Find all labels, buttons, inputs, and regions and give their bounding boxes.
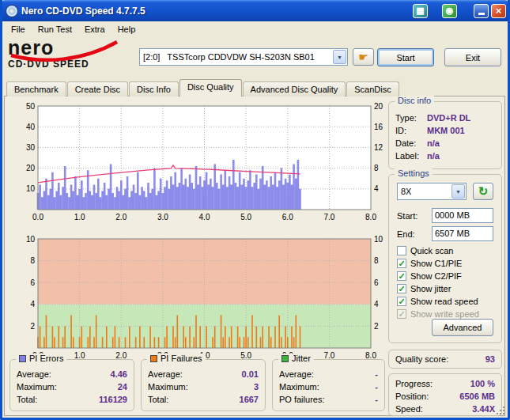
refresh-speeds-button[interactable]: ↻ <box>473 183 493 200</box>
svg-text:16: 16 <box>374 123 383 131</box>
title-bar: Nero CD-DVD Speed 4.7.7.5 ▦ ◉ × <box>0 0 510 21</box>
chevron-down-icon[interactable]: ▼ <box>333 50 346 64</box>
checkbox-show-c1-pie[interactable]: ✓ Show C1/PIE <box>397 257 479 270</box>
settings-checkboxes: ✓ Quick scan ✓ Show C1/PIE ✓ Show C2/PIF… <box>397 244 479 320</box>
drive-select[interactable]: [2:0] TSSTcorp CDDVDW SH-S203N SB01 ▼ <box>139 48 348 66</box>
svg-text:4: 4 <box>374 184 379 193</box>
tab-advanced-disc-quality[interactable]: Advanced Disc Quality <box>243 81 346 96</box>
disc-info-row-label: Label: n/a <box>389 149 501 162</box>
svg-text:6.0: 6.0 <box>282 213 293 221</box>
minimize-button[interactable] <box>474 4 489 18</box>
svg-text:30: 30 <box>26 143 36 152</box>
svg-text:8: 8 <box>374 256 379 265</box>
quality-score-group: Quality score: 93 <box>388 350 502 369</box>
checkbox-icon: ✓ <box>397 246 406 255</box>
checkbox-icon: ✓ <box>397 271 406 281</box>
end-position-row: End: 6507 MB <box>389 226 501 241</box>
start-position-input[interactable]: 0000 MB <box>432 208 493 223</box>
disc-info-group: Disc info Type: DVD+R DL ID: MKM 001 Dat… <box>388 101 502 169</box>
pi-failures-chart: 2468102468100.01.02.03.04.05.06.07.08.0 <box>6 236 384 364</box>
settings-title: Settings <box>395 168 433 178</box>
pi-errors-stats: PI Errors Average:4.46 Maximum:24 Total:… <box>9 359 134 411</box>
checkbox-icon: ✓ <box>397 259 406 268</box>
svg-text:8.0: 8.0 <box>365 213 376 221</box>
hand-icon: ☛ <box>358 51 368 63</box>
chevron-down-icon[interactable]: ▼ <box>451 184 465 199</box>
nero-logo: nero CD·DVD SPEED <box>8 38 136 76</box>
nero-swoosh-icon <box>8 40 127 63</box>
progress-row: Progress: 100 % <box>389 377 501 390</box>
checkbox-show-c2-pif[interactable]: ✓ Show C2/PIF <box>397 270 479 282</box>
jitter-legend-icon <box>281 355 289 362</box>
checkbox-quick-scan[interactable]: ✓ Quick scan <box>397 244 479 257</box>
app-disc-icon <box>6 5 18 17</box>
svg-text:8: 8 <box>30 256 35 265</box>
svg-text:4.0: 4.0 <box>199 213 210 221</box>
svg-text:0.0: 0.0 <box>32 213 43 221</box>
checkbox-show-jitter[interactable]: ✓ Show jitter <box>397 282 479 295</box>
checkbox-show-read-speed[interactable]: ✓ Show read speed <box>397 295 479 308</box>
start-position-row: Start: 0000 MB <box>389 208 501 223</box>
svg-text:6: 6 <box>374 278 379 287</box>
minimize-icon <box>478 13 485 15</box>
progress-group: Progress: 100 % Position: 6506 MB Speed:… <box>388 373 502 416</box>
jitter-stats: Jitter Average:- Maximum:- PO failures:- <box>272 359 385 411</box>
resize-grip[interactable] <box>496 406 506 416</box>
menu-help[interactable]: Help <box>111 23 142 36</box>
svg-text:10: 10 <box>26 236 36 244</box>
pi-errors-legend-icon <box>19 355 26 362</box>
position-row: Position: 6506 MB <box>389 390 501 403</box>
start-button[interactable]: Start <box>377 48 434 66</box>
checkbox-icon: ✓ <box>397 297 406 306</box>
menu-file[interactable]: File <box>5 23 32 36</box>
scan-speed-value: 8X <box>398 187 451 196</box>
window-title: Nero CD-DVD Speed 4.7.7.5 <box>21 6 410 17</box>
disc-quality-panel: 1020304050481216200.01.02.03.04.05.06.07… <box>4 96 505 416</box>
svg-text:2: 2 <box>30 322 35 331</box>
pi-failures-legend-icon <box>150 355 157 362</box>
exit-button[interactable]: Exit <box>444 48 501 66</box>
tab-benchmark[interactable]: Benchmark <box>6 81 66 96</box>
svg-text:8: 8 <box>374 164 379 172</box>
disc-info-title: Disc info <box>395 96 434 105</box>
menu-run-test[interactable]: Run Test <box>32 23 78 36</box>
tab-strip: Benchmark Create Disc Disc Info Disc Qua… <box>6 79 400 96</box>
disc-info-row-date: Date: n/a <box>389 137 501 149</box>
tab-disc-info[interactable]: Disc Info <box>129 81 179 96</box>
end-position-input[interactable]: 6507 MB <box>432 226 493 241</box>
svg-text:10: 10 <box>26 184 36 193</box>
tab-scandisc[interactable]: ScanDisc <box>346 81 399 96</box>
svg-text:7.0: 7.0 <box>323 213 334 221</box>
svg-text:20: 20 <box>26 164 36 172</box>
svg-text:50: 50 <box>26 102 36 111</box>
svg-text:20: 20 <box>374 102 383 111</box>
close-button[interactable]: × <box>491 4 506 18</box>
pi-errors-chart: 1020304050481216200.01.02.03.04.05.06.07… <box>6 101 384 228</box>
svg-text:1.0: 1.0 <box>74 213 85 221</box>
speed-row: Speed: 3.44X <box>389 403 501 415</box>
svg-text:5.0: 5.0 <box>240 213 251 221</box>
pi-failures-stats: PI Failures Average:0.01 Maximum:3 Total… <box>141 359 266 411</box>
titlebar-extra-button-1[interactable]: ▦ <box>413 4 428 18</box>
quality-score-value: 93 <box>485 354 495 364</box>
disc-info-row-id: ID: MKM 001 <box>389 124 501 137</box>
panel-icon: ▦ <box>416 6 424 16</box>
svg-text:40: 40 <box>26 123 36 131</box>
svg-text:3.0: 3.0 <box>157 213 168 221</box>
checkbox-icon: ✓ <box>397 284 406 293</box>
advanced-button[interactable]: Advanced <box>432 319 493 336</box>
svg-text:2.0: 2.0 <box>115 213 127 221</box>
drive-options-button[interactable]: ☛ <box>353 48 374 66</box>
menu-bar: File Run Test Extra Help <box>2 21 508 37</box>
tab-create-disc[interactable]: Create Disc <box>67 81 128 96</box>
scan-speed-select[interactable]: 8X ▼ <box>397 183 467 200</box>
titlebar-extra-button-2[interactable]: ◉ <box>442 4 457 18</box>
disc-info-row-type: Type: DVD+R DL <box>389 112 501 124</box>
menu-extra[interactable]: Extra <box>78 23 111 36</box>
disc-icon: ◉ <box>446 6 454 16</box>
svg-text:6: 6 <box>30 278 35 287</box>
svg-text:12: 12 <box>374 143 383 152</box>
svg-text:10: 10 <box>374 236 383 244</box>
checkbox-icon: ✓ <box>397 309 406 319</box>
tab-disc-quality[interactable]: Disc Quality <box>179 79 242 96</box>
